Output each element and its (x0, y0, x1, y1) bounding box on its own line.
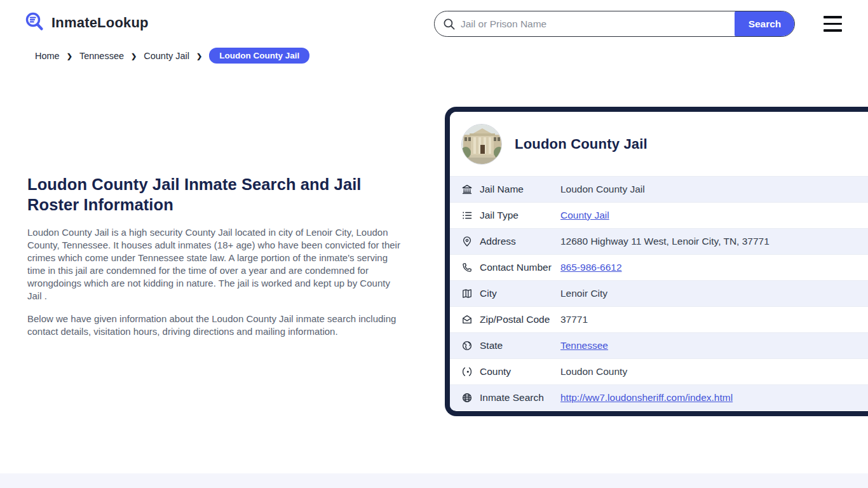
breadcrumb-home[interactable]: Home (35, 51, 60, 61)
breadcrumb-county-jail[interactable]: County Jail (144, 51, 189, 61)
table-row-zip: Zip/Postal Code 37771 (450, 306, 868, 332)
row-value: 37771 (560, 314, 588, 325)
page-title: Loudon County Jail Inmate Search and Jai… (27, 174, 399, 215)
state-link[interactable]: Tennessee (560, 340, 608, 351)
jail-type-link[interactable]: County Jail (560, 210, 609, 220)
jail-card-title: Loudon County Jail (515, 136, 648, 152)
inmatelookup-logo-icon (24, 11, 46, 34)
menu-hamburger-icon[interactable] (824, 16, 842, 32)
chevron-right-icon: ❯ (131, 52, 137, 60)
table-row-contact-number: Contact Number 865-986-6612 (450, 254, 868, 280)
row-label: City (480, 288, 560, 299)
row-label: County (480, 366, 560, 377)
jail-photo-avatar (461, 124, 502, 165)
chevron-right-icon: ❯ (67, 52, 72, 60)
breadcrumb-current-badge[interactable]: Loudon County Jail (209, 48, 309, 64)
search-icon (435, 18, 461, 30)
contact-number-link[interactable]: 865-986-6612 (560, 262, 622, 273)
jail-search-bar: Search (434, 11, 795, 37)
table-row-jail-name: Jail Name Loudon County Jail (450, 176, 868, 202)
jail-info-card: Loudon County Jail Jail Name Loudon Coun… (445, 107, 868, 416)
row-value: Lenoir City (560, 288, 607, 299)
table-row-address: Address 12680 Highway 11 West, Lenoir Ci… (450, 228, 868, 254)
web-icon (461, 392, 473, 403)
intro-paragraph: Loudon County Jail is a high security Co… (27, 226, 405, 303)
bank-icon (461, 184, 473, 195)
phone-icon (461, 262, 473, 273)
table-row-city: City Lenoir City (450, 280, 868, 306)
search-input[interactable] (461, 11, 735, 36)
inmate-search-link[interactable]: http://ww7.loudonsheriff.com/index.html (560, 392, 733, 403)
row-value: Loudon County Jail (560, 184, 645, 195)
envelope-icon (461, 314, 473, 325)
row-label: Contact Number (480, 262, 560, 273)
jail-card-header: Loudon County Jail (450, 112, 868, 176)
row-label: State (480, 340, 560, 351)
jail-info-table: Jail Name Loudon County Jail Jail Type C… (450, 176, 868, 410)
globe-icon (461, 340, 473, 351)
table-row-state: State Tennessee (450, 332, 868, 358)
breadcrumb: Home ❯ Tennessee ❯ County Jail ❯ Loudon … (35, 48, 309, 64)
row-value: 12680 Highway 11 West, Lenoir City, TN, … (560, 236, 770, 247)
map-pin-icon (461, 236, 473, 247)
county-icon (461, 366, 473, 377)
map-icon (461, 288, 473, 299)
breadcrumb-tennessee[interactable]: Tennessee (79, 51, 124, 61)
footer-band (0, 473, 868, 488)
secondary-paragraph: Below we have given information about th… (27, 313, 405, 338)
row-label: Jail Type (480, 210, 560, 221)
row-label: Address (480, 236, 560, 247)
row-value: Loudon County (560, 366, 627, 377)
table-row-county: County Loudon County (450, 358, 868, 384)
site-logo[interactable]: InmateLookup (24, 11, 149, 34)
table-row-inmate-search: Inmate Search http://ww7.loudonsheriff.c… (450, 384, 868, 410)
list-icon (461, 210, 473, 221)
row-label: Zip/Postal Code (480, 314, 560, 325)
row-label: Jail Name (480, 184, 560, 195)
chevron-right-icon: ❯ (196, 52, 202, 60)
search-button[interactable]: Search (735, 11, 795, 37)
row-label: Inmate Search (480, 392, 560, 403)
site-logo-text: InmateLookup (51, 15, 149, 31)
table-row-jail-type: Jail Type County Jail (450, 202, 868, 228)
